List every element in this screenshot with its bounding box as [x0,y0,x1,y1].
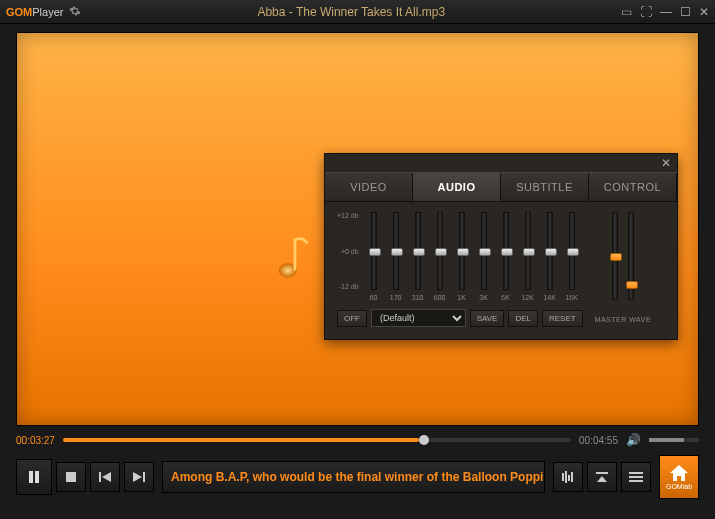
band-freq-label: 60 [370,294,378,301]
band-freq-label: 3K [479,294,488,301]
eq-slider-thumb[interactable] [545,248,557,256]
eq-tabs: VIDEO AUDIO SUBTITLE CONTROL [325,172,677,202]
app-logo: GOMPlayer [6,6,63,18]
controls-row: Among B.A.P, who would be the final winn… [0,450,715,506]
svg-rect-10 [596,472,608,474]
open-button[interactable] [587,462,617,492]
playlist-button[interactable] [621,462,651,492]
db-scale: +12 db +0 db -12 db [337,212,363,290]
eq-slider-thumb[interactable] [435,248,447,256]
minimize-icon[interactable]: ― [660,5,672,19]
svg-rect-7 [565,471,567,483]
eq-slider-thumb[interactable] [479,248,491,256]
prev-button[interactable] [90,462,120,492]
music-note-icon [277,233,313,281]
eq-slider-thumb[interactable] [501,248,513,256]
gear-icon[interactable] [69,5,81,19]
progress-row: 00:03:27 00:04:55 🔊 [0,430,715,450]
tab-video[interactable]: VIDEO [325,173,413,201]
maximize-icon[interactable]: ☐ [680,5,691,19]
eq-band-6K: 6K [495,212,517,301]
svg-rect-13 [629,480,643,482]
eq-band-310: 310 [407,212,429,301]
band-freq-label: 16K [565,294,577,301]
news-ticker[interactable]: Among B.A.P, who would be the final winn… [162,461,545,493]
eq-band-170: 170 [385,212,407,301]
eq-del-button[interactable]: DEL [508,310,538,327]
volume-slider[interactable] [649,438,699,442]
eq-slider-thumb[interactable] [457,248,469,256]
video-area[interactable]: ✕ VIDEO AUDIO SUBTITLE CONTROL +12 db +0… [16,32,699,426]
eq-band-16K: 16K [561,212,583,301]
close-icon[interactable]: ✕ [699,5,709,19]
progress-bar[interactable] [63,438,571,442]
eq-slider-60[interactable] [371,212,377,290]
svg-rect-9 [571,472,573,482]
eq-close-icon[interactable]: ✕ [661,156,671,170]
stop-button[interactable] [56,462,86,492]
svg-rect-3 [66,472,76,482]
eq-toggle-button[interactable]: OFF [337,310,367,327]
svg-rect-6 [562,473,564,481]
eq-slider-thumb[interactable] [391,248,403,256]
svg-rect-11 [629,472,643,474]
eq-slider-12K[interactable] [525,212,531,290]
tab-audio[interactable]: AUDIO [413,173,501,201]
band-freq-label: 14K [543,294,555,301]
band-freq-label: 170 [390,294,402,301]
band-freq-label: 600 [434,294,446,301]
pause-button[interactable] [16,459,52,495]
eq-slider-310[interactable] [415,212,421,290]
eq-band-60: 60 [363,212,385,301]
master-wave-label: MASTER WAVE [595,316,651,323]
time-current: 00:03:27 [16,435,55,446]
time-total: 00:04:55 [579,435,618,446]
volume-icon[interactable]: 🔊 [626,433,641,447]
eq-slider-16K[interactable] [569,212,575,290]
tab-subtitle[interactable]: SUBTITLE [501,173,589,201]
fullscreen-icon[interactable]: ⛶ [640,5,652,19]
tab-control[interactable]: CONTROL [589,173,677,201]
window-title: Abba - The Winner Takes It All.mp3 [81,5,621,19]
wave-slider-thumb[interactable] [626,281,638,289]
svg-rect-8 [568,475,570,481]
gomlab-label: GOMlab [666,483,692,490]
master-slider-thumb[interactable] [610,253,622,261]
eq-slider-6K[interactable] [503,212,509,290]
next-button[interactable] [124,462,154,492]
eq-slider-170[interactable] [393,212,399,290]
svg-rect-4 [99,472,101,482]
eq-slider-3K[interactable] [481,212,487,290]
band-freq-label: 310 [412,294,424,301]
titlebar: GOMPlayer Abba - The Winner Takes It All… [0,0,715,24]
eq-band-12K: 12K [517,212,539,301]
equalizer-panel: ✕ VIDEO AUDIO SUBTITLE CONTROL +12 db +0… [324,153,678,340]
eq-band-14K: 14K [539,212,561,301]
compact-icon[interactable]: ▭ [621,5,632,19]
eq-save-button[interactable]: SAVE [470,310,505,327]
eq-slider-thumb[interactable] [523,248,535,256]
eq-band-1K: 1K [451,212,473,301]
svg-rect-5 [143,472,145,482]
master-slider[interactable] [612,212,618,300]
home-icon [670,465,688,481]
eq-reset-button[interactable]: RESET [542,310,583,327]
eq-band-3K: 3K [473,212,495,301]
band-freq-label: 1K [457,294,466,301]
band-freq-label: 6K [501,294,510,301]
eq-slider-thumb[interactable] [567,248,579,256]
equalizer-button[interactable] [553,462,583,492]
wave-slider[interactable] [628,212,634,300]
progress-thumb[interactable] [419,435,429,445]
eq-slider-600[interactable] [437,212,443,290]
eq-preset-select[interactable]: (Default) [371,309,466,327]
eq-slider-thumb[interactable] [369,248,381,256]
eq-slider-1K[interactable] [459,212,465,290]
eq-slider-thumb[interactable] [413,248,425,256]
eq-slider-14K[interactable] [547,212,553,290]
gomlab-button[interactable]: GOMlab [659,455,699,499]
svg-rect-12 [629,476,643,478]
eq-band-600: 600 [429,212,451,301]
band-freq-label: 12K [521,294,533,301]
svg-rect-1 [29,471,33,483]
